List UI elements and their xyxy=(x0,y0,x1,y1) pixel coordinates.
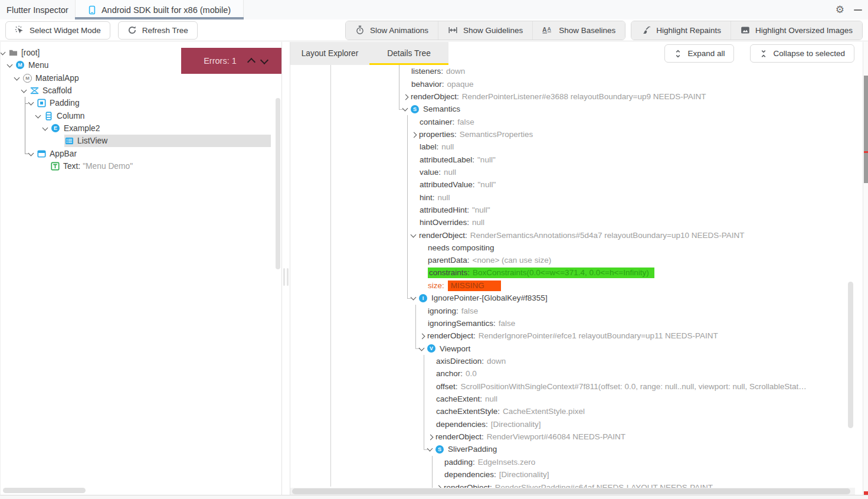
widget-tree-row-text[interactable]: Text:"Menu Demo" xyxy=(1,160,271,172)
minimize-icon[interactable] xyxy=(854,9,862,11)
chevron-down-icon[interactable] xyxy=(29,99,37,107)
tree-guide xyxy=(420,430,428,443)
details-row-parentdata[interactable]: parentData:<none> (can use size) xyxy=(290,254,855,266)
tree-indent xyxy=(8,84,15,97)
widget-tree-row-scaffold[interactable]: Scaffold xyxy=(1,84,271,97)
expand-all-button[interactable]: Expand all xyxy=(664,44,734,63)
highlight-repaints-button[interactable]: Highlight Repaints xyxy=(631,21,731,40)
show-guidelines-button[interactable]: Show Guidelines xyxy=(438,21,532,40)
details-row-anchor[interactable]: anchor:0.0 xyxy=(290,367,855,380)
details-row-viewport[interactable]: VViewport xyxy=(290,343,855,355)
chevron-down-icon[interactable] xyxy=(403,105,411,113)
tree-indent xyxy=(386,77,395,90)
window-scrollbar-rail xyxy=(863,42,868,495)
chevron-right-icon[interactable] xyxy=(403,92,411,101)
widget-tree-row-column[interactable]: Column xyxy=(1,109,271,122)
widget-tree-row-padding[interactable]: Padding xyxy=(1,97,271,109)
details-row-sliverpadding[interactable]: SSliverPadding xyxy=(290,443,855,455)
details-row-label[interactable]: label:null xyxy=(290,141,855,153)
details-row-offset[interactable]: offset:ScrollPositionWithSingleContext#7… xyxy=(290,380,855,393)
details-row-attributedhint[interactable]: attributedHint:"null" xyxy=(290,204,855,216)
widget-tree-vertical-scrollbar[interactable] xyxy=(276,98,280,269)
details-row-ignoring[interactable]: ignoring:false xyxy=(290,305,855,317)
details-row-ignoringsemantics[interactable]: ignoringSemantics:false xyxy=(290,317,855,330)
highlight-oversized-images-button[interactable]: Highlight Oversized Images xyxy=(731,21,862,40)
widget-tree-row-example2[interactable]: EExample2 xyxy=(1,122,271,135)
select-widget-mode-button[interactable]: Select Widget Mode xyxy=(5,21,110,40)
refresh-tree-button[interactable]: Refresh Tree xyxy=(118,21,198,40)
chevron-right-icon[interactable] xyxy=(411,130,419,139)
collapse-to-selected-button[interactable]: Collapse to selected xyxy=(750,44,854,63)
details-row-semantics[interactable]: SSemantics xyxy=(290,103,855,115)
widget-row-body[interactable]: [root] xyxy=(8,47,44,59)
chevron-right-icon[interactable] xyxy=(428,432,435,441)
details-row-cacheextent[interactable]: cacheExtent:null xyxy=(290,393,855,405)
property-name: cacheExtentStyle: xyxy=(436,407,500,416)
tab-details-tree[interactable]: Details Tree xyxy=(369,42,448,65)
slow-animations-button[interactable]: Slow Animations xyxy=(346,21,438,40)
details-row-attributedlabel[interactable]: attributedLabel:"null" xyxy=(290,153,855,165)
chevron-down-icon[interactable] xyxy=(411,231,419,240)
tree-indent xyxy=(395,204,403,216)
selected-widget-row-body[interactable]: ListView xyxy=(64,135,271,147)
details-row-hintoverrides[interactable]: hintOverrides:null xyxy=(290,216,855,229)
chevron-right-icon[interactable] xyxy=(420,331,427,340)
widget-row-body[interactable]: MMaterialApp xyxy=(22,72,84,84)
chevron-down-icon[interactable] xyxy=(1,48,8,57)
window-scrollbar-thumb[interactable] xyxy=(864,76,868,183)
details-horizontal-scrollbar[interactable] xyxy=(292,488,850,494)
chevron-down-icon[interactable] xyxy=(411,293,419,302)
next-error-button[interactable] xyxy=(258,57,271,65)
chevron-down-icon[interactable] xyxy=(15,74,22,83)
chevron-down-icon[interactable] xyxy=(22,86,30,95)
details-row-size[interactable]: size:MISSING xyxy=(290,279,855,292)
property-name: IgnorePointer-[GlobalKey#f8355] xyxy=(431,293,548,302)
details-row-properties[interactable]: properties:SemanticsProperties xyxy=(290,128,855,141)
previous-error-button[interactable] xyxy=(245,57,258,65)
widget-row-body[interactable]: Scaffold xyxy=(30,84,77,97)
panel-splitter[interactable] xyxy=(282,42,290,495)
widget-row-body[interactable]: MMenu xyxy=(15,59,54,71)
details-vertical-scrollbar[interactable] xyxy=(848,282,853,428)
details-row-cacheextentstyle[interactable]: cacheExtentStyle:CacheExtentStyle.pixel xyxy=(290,405,855,418)
details-row-needs-compositing[interactable]: needs compositing xyxy=(290,242,855,254)
timer-icon xyxy=(355,25,365,35)
widget-tree-horizontal-scrollbar[interactable] xyxy=(3,488,86,493)
gear-icon[interactable]: ⚙ xyxy=(836,5,844,15)
details-row-axisdirection[interactable]: axisDirection:down xyxy=(290,355,855,367)
tree-indent xyxy=(411,115,420,128)
tab-layout-explorer[interactable]: Layout Explorer xyxy=(290,42,369,65)
details-row-renderobject[interactable]: renderObject:RenderPointerListener#e3688… xyxy=(290,90,855,103)
chevron-down-icon[interactable] xyxy=(29,149,37,158)
tree-guide xyxy=(403,229,411,241)
details-row-hint[interactable]: hint:null xyxy=(290,191,855,203)
widget-row-body[interactable]: Text:"Menu Demo" xyxy=(50,160,137,172)
widget-row-body[interactable]: Padding xyxy=(37,97,84,109)
widget-row-body[interactable]: EExample2 xyxy=(51,122,104,135)
chevron-down-icon[interactable] xyxy=(428,445,435,454)
details-row-renderobject[interactable]: renderObject:RenderIgnorePointer#efce1 r… xyxy=(290,330,855,342)
chevron-down-icon[interactable] xyxy=(43,124,51,133)
chevron-down-icon[interactable] xyxy=(36,112,44,120)
property-name: container: xyxy=(420,118,454,126)
show-baselines-button[interactable]: AAShow Baselines xyxy=(532,21,625,40)
widget-tree-row-listview[interactable]: ListView xyxy=(1,135,271,147)
details-row-attributedvalue[interactable]: attributedValue:"null" xyxy=(290,178,855,191)
details-tree-content: listeners:downbehavior:opaquerenderObjec… xyxy=(290,65,855,495)
details-row-constraints[interactable]: constraints:BoxConstraints(0.0<=w<=371.4… xyxy=(290,267,855,279)
details-row-padding[interactable]: padding:EdgeInsets.zero xyxy=(290,456,855,468)
details-row-listeners[interactable]: listeners:down xyxy=(290,65,855,77)
chevron-down-icon[interactable] xyxy=(420,344,427,353)
widget-tree-row-appbar[interactable]: AppBar xyxy=(1,147,271,159)
details-row-value[interactable]: value:null xyxy=(290,166,855,178)
details-row-renderobject[interactable]: renderObject:RenderViewport#46084 NEEDS-… xyxy=(290,430,855,443)
details-row-container[interactable]: container:false xyxy=(290,115,855,128)
widget-row-body[interactable]: AppBar xyxy=(37,147,81,159)
details-row-dependencies[interactable]: dependencies:[Directionality] xyxy=(290,468,855,481)
widget-row-body[interactable]: Column xyxy=(44,109,90,122)
details-row-behavior[interactable]: behavior:opaque xyxy=(290,77,855,90)
details-row-ignorepointer-globalkey-f8355-[interactable]: IIgnorePointer-[GlobalKey#f8355] xyxy=(290,292,855,304)
chevron-down-icon[interactable] xyxy=(8,61,15,70)
details-row-dependencies[interactable]: dependencies:[Directionality] xyxy=(290,418,855,430)
details-row-renderobject[interactable]: renderObject:RenderSemanticsAnnotations#… xyxy=(290,229,855,241)
